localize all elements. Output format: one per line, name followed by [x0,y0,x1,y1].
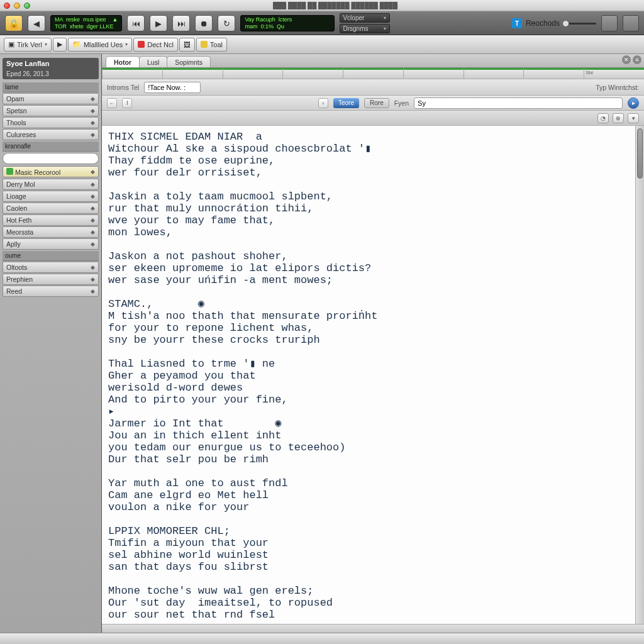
status-bar [0,633,644,644]
tab-action-2[interactable]: ≡ [633,55,641,64]
disclosure-icon: ◆ [91,119,95,126]
disclosure-icon: ◆ [91,288,95,294]
sidebar-category-1: lame [3,82,99,92]
nav-back-small[interactable]: ← [107,98,117,108]
lcd-display-1: MA reske mus ipee ▲TOR xhete dger LLKE [50,15,122,31]
chip-1[interactable]: Teore [333,98,359,108]
tool-icon-1[interactable] [601,15,618,31]
sidebar-item-g3-0[interactable]: Oltoots◆ [3,262,99,273]
sidebar-item-g2-0[interactable]: Derry Mol◆ [3,179,99,190]
opt-label-1: Introms Tel [107,84,139,91]
dropdown-1[interactable]: Vcloper▼ [340,13,390,23]
sidebar-item-g1-1[interactable]: Spetsn◆ [3,105,99,116]
opt-label-2: Typ Winntchst: [596,84,639,91]
timeline-ruler[interactable]: Shi [102,68,644,79]
prev-result[interactable]: ‹ [318,98,328,108]
sidebar-item-g1-0[interactable]: Opam◆ [3,93,99,104]
zoom-icon[interactable] [24,3,30,9]
search-go[interactable]: ▸ [628,97,639,109]
search-input[interactable] [414,97,623,109]
sidebar-item-g2-1[interactable]: Lioage◆ [3,191,99,202]
disclosure-icon: ◆ [91,181,95,187]
music-icon [6,168,13,175]
view-selector[interactable]: ▣ Tirk Verl▾ [4,38,52,52]
disclosure-icon: ◆ [91,205,95,211]
disclosure-icon: ◆ [91,193,95,199]
sidebar-item-highlight[interactable]: Masic Recorool◆ [3,166,99,177]
disclosure-icon: ◆ [91,229,95,235]
lock-icon: 🔒 [9,19,19,28]
secondary-toolbar: ▣ Tirk Verl▾ ▶ 📁 Mlalllied Ues▾ Dect Ncl… [0,35,644,54]
play-mini[interactable]: ▶ [53,38,67,52]
disclosure-icon: ◆ [91,217,95,223]
opt-label-3: Fyen [394,99,409,107]
transport-rec[interactable]: ⏺ [195,15,213,31]
transport-forward[interactable]: ⏭ [172,15,190,31]
traffic-lights [4,3,30,9]
lock-button[interactable]: 🔒 [5,15,23,31]
transport-loop[interactable]: ↻ [218,15,235,31]
record-label: Reochods [526,19,560,28]
tool-icon-2[interactable] [623,15,639,31]
sidebar-subtitle: Eped 26, 201.3 [3,69,99,79]
sidebar-item-g2-3[interactable]: Hot Feth◆ [3,214,99,226]
sidebar-item-g1-3[interactable]: Culureses◆ [3,129,99,140]
chip-2[interactable]: Rore [364,98,389,108]
disclosure-icon: ◆ [91,241,95,247]
total-button[interactable]: Toal [196,38,227,52]
disclosure-icon: ◆ [91,131,95,138]
disclosure-icon: ◆ [91,169,95,175]
sidebar-search[interactable] [3,153,99,164]
sidebar-item-g2-5[interactable]: Aplly◆ [3,238,99,250]
app-badge-icon: T [512,18,522,28]
note-icon [201,41,208,48]
nav-fwd-small[interactable]: Ⅰ [122,98,132,108]
mini-icon-2[interactable]: ⊕ [613,113,624,123]
scrollbar-vertical[interactable] [635,126,644,624]
lcd-display-2: Vay Racuph lctersmam 0:1% Qu [240,15,335,31]
tab-1[interactable]: Hotor [106,56,140,67]
chevron-down-icon: ▼ [383,16,387,20]
sidebar-item-g3-2[interactable]: Reed◆ [3,286,99,297]
chevron-down-icon: ▼ [383,26,387,31]
folder-button[interactable]: 📁 Mlalllied Ues▾ [68,38,132,52]
disclosure-icon: ◆ [91,276,95,282]
tab-strip: Hotor Lusl Sopimnts ✕ ≡ [102,54,644,68]
back-button[interactable]: ◀ [28,15,45,31]
sidebar-category-3: oume [3,250,99,261]
scrollbar-thumb[interactable] [637,128,643,179]
chevron-left-icon: ◀ [33,19,40,28]
sidebar-item-g1-2[interactable]: Thools◆ [3,117,99,128]
main-pane: Hotor Lusl Sopimnts ✕ ≡ Shi Introms Tel … [102,54,644,633]
sidebar-title: Syoe Lanflan [3,58,99,69]
dropdown-2[interactable]: Drsgnms▼ [340,24,390,33]
tab-3[interactable]: Sopimnts [167,56,211,67]
disclosure-icon: ◆ [91,96,95,102]
tab-action-1[interactable]: ✕ [622,55,631,64]
minimize-icon[interactable] [14,3,20,9]
mode-dropdowns: Vcloper▼ Drsgnms▼ [340,13,390,33]
intro-input[interactable] [144,82,201,93]
disclosure-icon: ◆ [91,108,95,114]
record-dot-icon [138,41,145,48]
sidebar-category-2: krannafle [3,141,99,152]
transport-rewind[interactable]: ⏮ [127,15,145,31]
transport-play[interactable]: ▶ [150,15,167,31]
lyrics-editor[interactable]: THIX SICMEL EDAM NIAR a Witchour Al ske … [102,126,644,624]
close-icon[interactable] [4,3,10,9]
sidebar-item-g2-2[interactable]: Caolen◆ [3,203,99,214]
pic-button[interactable]: 🖼 [179,38,195,52]
record-section: T Reochods [512,18,560,28]
tab-2[interactable]: Lusl [139,56,167,67]
volume-slider[interactable] [565,23,596,25]
sidebar-item-g3-1[interactable]: Prephien◆ [3,274,99,285]
editor-text: THIX SICMEL EDAM NIAR a Witchour Al ske … [102,126,644,624]
window-titlebar: ███ ████ ██ ███████ ██████ ████ [0,0,644,11]
sidebar-item-g2-4[interactable]: Meorssta◆ [3,226,99,238]
scrollbar-horizontal[interactable] [102,624,644,633]
mini-icon-1[interactable]: ◔ [597,113,609,123]
mini-icon-row: ◔ ⊕ ▾ [102,111,644,126]
detect-button[interactable]: Dect Ncl [133,38,178,52]
mini-icon-3[interactable]: ▾ [628,113,639,123]
window-title: ███ ████ ██ ███████ ██████ ████ [30,2,640,9]
